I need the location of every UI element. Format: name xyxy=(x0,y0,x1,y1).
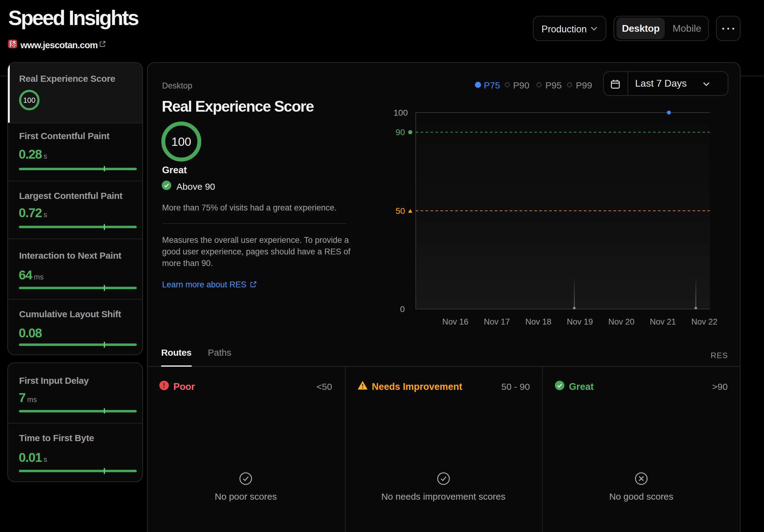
svg-text:50: 50 xyxy=(396,206,405,216)
svg-text:Nov 19: Nov 19 xyxy=(567,317,593,327)
svg-text:Nov 16: Nov 16 xyxy=(442,317,469,327)
svg-text:100: 100 xyxy=(393,108,408,117)
svg-text:Nov 22: Nov 22 xyxy=(691,317,718,327)
svg-text:100: 100 xyxy=(23,96,35,104)
svg-text:Nov 18: Nov 18 xyxy=(525,317,552,327)
svg-text:0: 0 xyxy=(400,305,405,314)
svg-text:90: 90 xyxy=(396,127,405,137)
svg-text:Nov 21: Nov 21 xyxy=(650,317,676,327)
svg-text:Nov 20: Nov 20 xyxy=(608,317,635,327)
svg-text:100: 100 xyxy=(171,135,191,148)
svg-text:Nov 17: Nov 17 xyxy=(484,317,510,327)
